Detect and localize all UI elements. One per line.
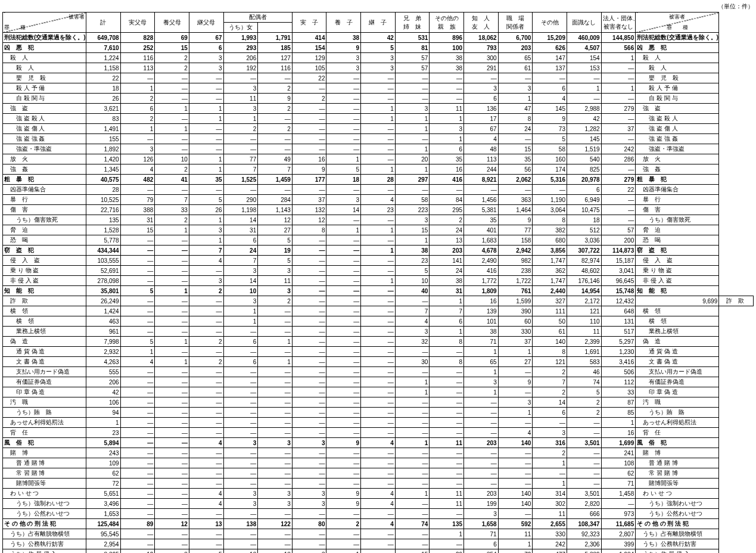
table-row: 通 貨 偽 造2,9321—————————1181,6911,230 通 貨 … xyxy=(3,347,754,357)
cell: — xyxy=(464,73,499,83)
cell: 62 xyxy=(601,468,636,479)
cell: 1 xyxy=(155,286,189,296)
cell: 109 xyxy=(86,458,121,468)
cell: 27 xyxy=(258,225,293,235)
cell: 206 xyxy=(86,377,121,387)
cell: 114,873 xyxy=(601,246,636,256)
cell: 140 xyxy=(533,337,567,347)
row-label-left: 詐 欺 xyxy=(3,296,86,306)
cell: 1,345 xyxy=(86,164,121,175)
cell: — xyxy=(361,327,396,337)
cell: — xyxy=(567,468,601,479)
cell: 5 xyxy=(395,266,430,276)
table-row: 強 盗3,62161132——1311136471452,988279 強 盗 xyxy=(3,104,754,114)
cell: 1,599 xyxy=(498,296,533,306)
table-row: 非 侵 入 盗278,098——31411——110381,7721,7221,… xyxy=(3,276,754,286)
cell: — xyxy=(292,134,326,144)
cell: 4 xyxy=(361,519,396,529)
cell: 7 xyxy=(430,306,464,316)
cell: 11 xyxy=(258,276,293,286)
cell: 29 xyxy=(430,549,464,554)
cell: 416 xyxy=(464,266,499,276)
cell: — xyxy=(464,397,499,408)
cell: 200 xyxy=(601,235,636,246)
cell: 330 xyxy=(498,327,533,337)
cell: 11 xyxy=(498,529,533,539)
cell: 3,064 xyxy=(533,205,567,215)
cell: 8 xyxy=(430,337,464,347)
cell: 6 xyxy=(464,94,499,104)
cell: — xyxy=(223,144,258,154)
cell: 1,653 xyxy=(86,509,121,519)
cell: — xyxy=(258,377,293,387)
cell: 2 xyxy=(155,164,189,175)
cell: 35 xyxy=(189,175,223,185)
cell: 203 xyxy=(464,489,499,499)
cell: — xyxy=(601,215,636,225)
cell: — xyxy=(498,468,533,479)
col-header: 配偶者 xyxy=(223,13,292,23)
cell: — xyxy=(498,185,533,195)
cell: — xyxy=(189,529,223,539)
cell: 1,420 xyxy=(86,154,121,164)
cell: — xyxy=(292,306,326,316)
cell: 12,432 xyxy=(601,296,636,306)
cell: — xyxy=(395,428,430,438)
cell: — xyxy=(292,124,326,134)
row-label-left: うち）占有離脱物横領 xyxy=(3,529,86,539)
cell: 5 xyxy=(567,387,601,397)
cell: — xyxy=(361,397,396,408)
row-label-right: うち）強制わいせつ xyxy=(636,499,719,509)
cell: 7,998 xyxy=(86,337,121,347)
row-label-left: 有価証券偽造 xyxy=(3,377,86,387)
cell: — xyxy=(430,185,464,195)
cell: 1,198 xyxy=(223,205,258,215)
cell: 2 xyxy=(533,448,567,458)
cell: 135 xyxy=(430,519,464,529)
cell: 57 xyxy=(395,53,430,63)
cell: 1 xyxy=(326,549,361,554)
cell: — xyxy=(155,408,189,418)
cell: — xyxy=(155,347,189,357)
cell: 3 xyxy=(464,377,499,387)
cell: 144,850 xyxy=(601,33,636,43)
cell: — xyxy=(155,489,189,499)
cell: 60 xyxy=(498,316,533,327)
row-label-right: 強 盗 傷 人 xyxy=(636,124,719,134)
cell: 1 xyxy=(189,235,223,246)
cell: 2 xyxy=(533,367,567,377)
cell: 15 xyxy=(395,549,430,554)
cell: 3 xyxy=(326,53,361,63)
cell: 9 xyxy=(498,215,533,225)
cell: — xyxy=(533,468,567,479)
cell: 137 xyxy=(533,63,567,73)
cell: 111 xyxy=(533,306,567,316)
cell: — xyxy=(258,458,293,468)
cell: 1 xyxy=(395,438,430,448)
cell: 5,894 xyxy=(86,438,121,448)
cell: 185 xyxy=(258,43,293,53)
cell: — xyxy=(258,316,293,327)
cell: 434,344 xyxy=(86,246,121,256)
cell: 414 xyxy=(292,33,326,43)
cell: 127 xyxy=(258,53,293,63)
cell: — xyxy=(120,468,155,479)
cell: 126 xyxy=(120,154,155,164)
table-row: 乗 り 物 盗52,691———33———52441623836248,6023… xyxy=(3,266,754,276)
cell: 1 xyxy=(395,235,430,246)
cell: 71 xyxy=(464,337,499,347)
cell: 14,954 xyxy=(567,286,601,296)
cell: 2,820 xyxy=(567,499,601,509)
col-header: 継父母 xyxy=(189,13,223,33)
cell: — xyxy=(361,256,396,266)
cell: 583 xyxy=(567,357,601,367)
cell: 37 xyxy=(498,337,533,347)
cell: — xyxy=(326,83,361,94)
cell: 2,655 xyxy=(533,519,567,529)
row-label-left: 傷 害 xyxy=(3,205,86,215)
cell: — xyxy=(189,397,223,408)
cell: — xyxy=(223,448,258,458)
cell: 61 xyxy=(533,327,567,337)
cell: — xyxy=(567,418,601,428)
cell: 3 xyxy=(189,63,223,73)
